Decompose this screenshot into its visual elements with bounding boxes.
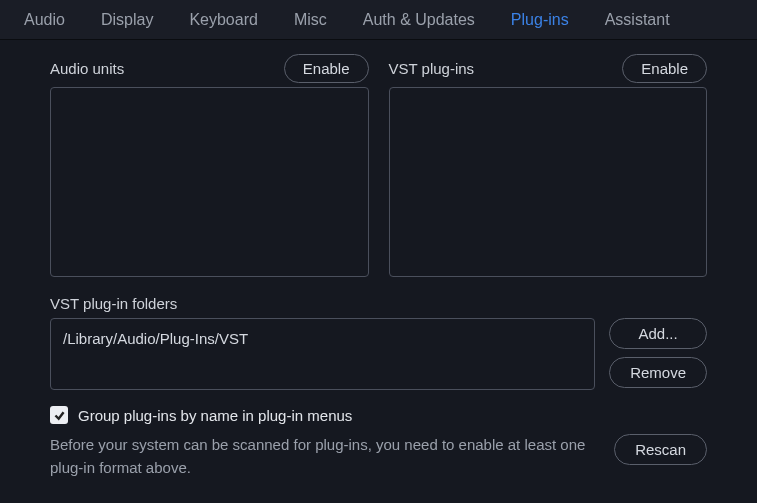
- tab-keyboard[interactable]: Keyboard: [185, 3, 262, 37]
- vst-folders-label: VST plug-in folders: [50, 295, 707, 312]
- vst-plugins-listbox[interactable]: [389, 87, 708, 277]
- audio-units-section: Audio units Enable: [50, 60, 369, 277]
- tab-display[interactable]: Display: [97, 3, 157, 37]
- tab-assistant[interactable]: Assistant: [601, 3, 674, 37]
- group-plugins-checkbox[interactable]: [50, 406, 68, 424]
- vst-folders-listbox[interactable]: /Library/Audio/Plug-Ins/VST: [50, 318, 595, 390]
- add-folder-button[interactable]: Add...: [609, 318, 707, 349]
- folder-item[interactable]: /Library/Audio/Plug-Ins/VST: [51, 323, 594, 354]
- vst-folders-section: VST plug-in folders /Library/Audio/Plug-…: [50, 295, 707, 390]
- tab-bar: Audio Display Keyboard Misc Auth & Updat…: [0, 0, 757, 40]
- tab-plugins[interactable]: Plug-ins: [507, 3, 573, 37]
- scan-hint-text: Before your system can be scanned for pl…: [50, 434, 600, 479]
- audio-units-listbox[interactable]: [50, 87, 369, 277]
- plugins-panel: Audio units Enable VST plug-ins Enable V…: [0, 40, 757, 499]
- enable-vst-button[interactable]: Enable: [622, 54, 707, 83]
- checkmark-icon: [53, 409, 66, 422]
- group-plugins-row: Group plug-ins by name in plug-in menus: [50, 406, 707, 424]
- enable-audio-units-button[interactable]: Enable: [284, 54, 369, 83]
- tab-auth-updates[interactable]: Auth & Updates: [359, 3, 479, 37]
- group-plugins-label: Group plug-ins by name in plug-in menus: [78, 407, 352, 424]
- tab-misc[interactable]: Misc: [290, 3, 331, 37]
- vst-plugins-section: VST plug-ins Enable: [389, 60, 708, 277]
- rescan-button[interactable]: Rescan: [614, 434, 707, 465]
- remove-folder-button[interactable]: Remove: [609, 357, 707, 388]
- tab-audio[interactable]: Audio: [20, 3, 69, 37]
